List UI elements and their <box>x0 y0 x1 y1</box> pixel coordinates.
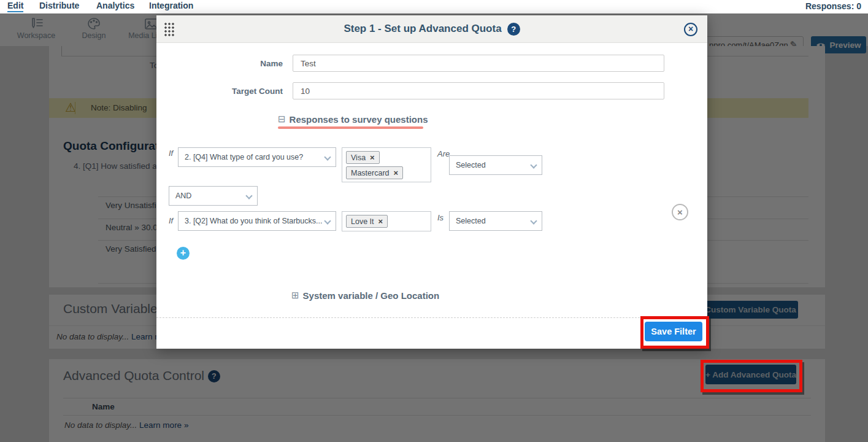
tag-visa: Visa× <box>346 151 380 164</box>
responses-section-toggle[interactable]: ⊟ Responses to survey questions <box>278 114 428 125</box>
tag-remove-icon[interactable]: × <box>394 168 399 177</box>
annotation-box-save-filter <box>640 316 709 349</box>
tag-label: Love It <box>351 217 374 226</box>
nav-tab-edit[interactable]: Edit <box>7 1 23 12</box>
operator-select-1[interactable]: Selected <box>449 155 542 175</box>
tag-remove-icon[interactable]: × <box>378 217 383 226</box>
close-button[interactable]: × <box>684 23 697 36</box>
responses-section-label: Responses to survey questions <box>290 114 428 125</box>
is-label: Is <box>437 213 444 222</box>
modal-title: Step 1 - Set up Advanced Quota <box>344 23 501 35</box>
dashed-divider <box>156 317 707 318</box>
name-input[interactable] <box>293 55 664 72</box>
are-label: Are <box>437 149 450 158</box>
nav-tab-distribute[interactable]: Distribute <box>39 1 79 10</box>
tag-label: Visa <box>351 153 366 162</box>
question-select-2-value: 3. [Q2] What do you think of Starbucks..… <box>185 217 322 225</box>
if-label: If <box>169 149 173 158</box>
system-variable-section-toggle[interactable]: ⊞ System variable / Geo Location <box>291 290 439 301</box>
question-select-1-value: 2. [Q4] What type of card you use? <box>185 153 303 161</box>
if-label: If <box>169 216 173 225</box>
expand-icon: ⊞ <box>291 290 299 301</box>
operator-select-2[interactable]: Selected <box>449 211 542 231</box>
top-nav: Edit Distribute Analytics Integration Re… <box>0 0 868 14</box>
chevron-down-icon <box>245 192 252 199</box>
joiner-select-value: AND <box>175 192 191 200</box>
tag-label: Mastercard <box>351 169 390 177</box>
nav-tab-analytics[interactable]: Analytics <box>96 1 134 10</box>
plus-icon: + <box>180 247 186 258</box>
chevron-down-icon <box>530 217 537 224</box>
question-select-2[interactable]: 3. [Q2] What do you think of Starbucks..… <box>178 211 336 231</box>
tag-mastercard: Mastercard× <box>346 166 403 179</box>
tag-remove-icon[interactable]: × <box>370 153 375 162</box>
help-icon[interactable]: ? <box>507 23 520 36</box>
answer-tags-1[interactable]: Visa× Mastercard× <box>342 147 431 182</box>
section-underline <box>278 126 423 129</box>
operator-select-2-value: Selected <box>456 217 486 225</box>
collapse-icon: ⊟ <box>278 114 286 125</box>
modal-header: Step 1 - Set up Advanced Quota ? × <box>156 15 707 43</box>
system-variable-section-label: System variable / Geo Location <box>303 290 440 301</box>
chevron-down-icon <box>324 217 331 224</box>
joiner-select[interactable]: AND <box>169 186 258 206</box>
remove-condition-button[interactable]: × <box>672 204 688 220</box>
target-count-input[interactable] <box>293 82 664 99</box>
advanced-quota-modal: Step 1 - Set up Advanced Quota ? × Name … <box>156 15 707 349</box>
drag-handle-icon[interactable] <box>164 22 174 37</box>
tag-love-it: Love It× <box>346 215 388 228</box>
answer-tags-2[interactable]: Love It× <box>342 211 431 231</box>
question-select-1[interactable]: 2. [Q4] What type of card you use? <box>178 147 336 167</box>
name-label: Name <box>156 59 283 68</box>
chevron-down-icon <box>530 161 537 168</box>
annotation-box-add-advanced-quota <box>701 360 802 392</box>
chevron-down-icon <box>324 153 331 160</box>
operator-select-1-value: Selected <box>456 161 486 169</box>
add-condition-button[interactable]: + <box>177 247 190 260</box>
responses-count: Responses: 0 <box>805 1 861 11</box>
nav-tab-integration[interactable]: Integration <box>149 1 193 10</box>
remove-icon: × <box>677 207 683 217</box>
target-count-label: Target Count <box>156 87 283 96</box>
close-icon: × <box>688 24 693 34</box>
